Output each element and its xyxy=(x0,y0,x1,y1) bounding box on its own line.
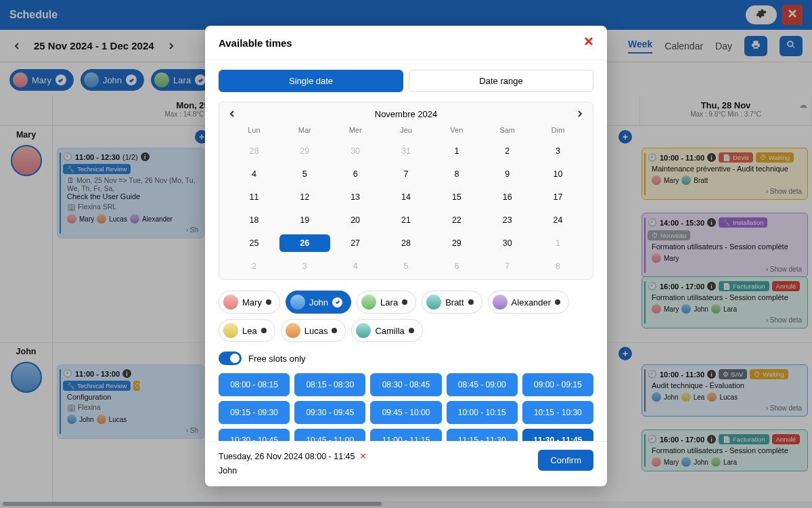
calendar-day[interactable]: 1 xyxy=(533,234,583,252)
calendar-day[interactable]: 19 xyxy=(279,211,330,229)
person-pill-camilla[interactable]: Camilla xyxy=(351,319,422,342)
dow-label: Mer xyxy=(330,126,381,137)
dow-label: Mar xyxy=(279,126,330,137)
avatar xyxy=(361,295,376,310)
status-dot xyxy=(555,299,560,305)
calendar-day[interactable]: 9 xyxy=(482,165,533,183)
available-times-modal: Available times Single date Date range N… xyxy=(205,26,607,486)
status-dot xyxy=(261,328,267,333)
person-pill-john[interactable]: John xyxy=(286,291,351,314)
calendar-day[interactable]: 24 xyxy=(533,211,583,229)
calendar-day[interactable]: 5 xyxy=(381,257,432,275)
calendar-day[interactable]: 15 xyxy=(431,188,482,206)
month-label: Novembre 2024 xyxy=(375,109,438,119)
person-pill-lucas[interactable]: Lucas xyxy=(281,319,346,342)
calendar-day[interactable]: 4 xyxy=(229,165,279,183)
calendar-day[interactable]: 23 xyxy=(482,211,533,229)
time-slot[interactable]: 08:00 - 08:15 xyxy=(219,373,290,396)
calendar-day[interactable]: 29 xyxy=(431,234,482,252)
avatar xyxy=(356,323,371,338)
time-slot[interactable]: 11:15 - 11:30 xyxy=(447,429,518,441)
person-pill-bratt[interactable]: Bratt xyxy=(422,291,482,314)
calendar-day[interactable]: 6 xyxy=(431,257,482,275)
time-slot[interactable]: 10:30 - 10:45 xyxy=(219,429,290,441)
calendar-day[interactable]: 8 xyxy=(533,257,583,275)
calendar-day[interactable]: 17 xyxy=(533,188,583,206)
segment-date-range[interactable]: Date range xyxy=(409,70,593,92)
selection-summary: Tuesday, 26 Nov 2024 08:00 - 11:45 xyxy=(219,452,355,461)
calendar-day[interactable]: 3 xyxy=(279,257,330,275)
date-mode-segment: Single date Date range xyxy=(219,70,593,92)
status-dot xyxy=(402,299,407,305)
calendar-day[interactable]: 21 xyxy=(381,211,432,229)
person-pill-lea[interactable]: Lea xyxy=(219,319,275,342)
calendar-day[interactable]: 16 xyxy=(482,188,533,206)
calendar-day[interactable]: 20 xyxy=(330,211,381,229)
modal-close-button[interactable] xyxy=(584,37,593,49)
calendar-day[interactable]: 2 xyxy=(482,142,533,160)
person-pill-lara[interactable]: Lara xyxy=(357,291,416,314)
mini-calendar: Novembre 2024 LunMarMerJeuVenSamDim28293… xyxy=(219,102,593,280)
time-slot[interactable]: 09:15 - 09:30 xyxy=(219,401,290,424)
calendar-day[interactable]: 3 xyxy=(533,142,583,160)
prev-month-button[interactable] xyxy=(229,109,235,119)
calendar-day[interactable]: 7 xyxy=(482,257,533,275)
confirm-button[interactable]: Confirm xyxy=(538,450,593,471)
calendar-day[interactable]: 27 xyxy=(330,234,381,252)
calendar-day[interactable]: 14 xyxy=(381,188,432,206)
calendar-day[interactable]: 28 xyxy=(229,142,279,160)
avatar xyxy=(286,323,300,338)
calendar-day[interactable]: 6 xyxy=(330,165,381,183)
avatar xyxy=(290,295,305,310)
clear-selection-button[interactable]: ✕ xyxy=(359,452,367,461)
calendar-day[interactable]: 11 xyxy=(229,188,279,206)
calendar-day[interactable]: 1 xyxy=(431,142,482,160)
segment-single-date[interactable]: Single date xyxy=(219,70,403,92)
status-dot xyxy=(468,299,474,305)
calendar-day[interactable]: 22 xyxy=(431,211,482,229)
person-pill-alexander[interactable]: Alexander xyxy=(488,291,570,314)
calendar-day[interactable]: 31 xyxy=(381,142,432,160)
time-slot-grid: 08:00 - 08:1508:15 - 08:3008:30 - 08:450… xyxy=(219,373,593,441)
calendar-day[interactable]: 10 xyxy=(533,165,583,183)
time-slot[interactable]: 09:00 - 09:15 xyxy=(522,373,593,396)
calendar-day[interactable]: 13 xyxy=(330,188,381,206)
free-slots-label: Free slots only xyxy=(248,354,306,364)
time-slot[interactable]: 11:30 - 11:45 xyxy=(522,429,593,441)
calendar-day[interactable]: 28 xyxy=(381,234,432,252)
avatar xyxy=(223,295,238,310)
time-slot[interactable]: 10:15 - 10:30 xyxy=(522,401,593,424)
calendar-day[interactable]: 5 xyxy=(279,165,330,183)
next-month-button[interactable] xyxy=(577,109,583,119)
time-slot[interactable]: 08:15 - 08:30 xyxy=(294,373,365,396)
modal-title: Available times xyxy=(219,37,292,49)
dow-label: Jeu xyxy=(381,126,432,137)
calendar-day[interactable]: 8 xyxy=(431,165,482,183)
calendar-day[interactable]: 30 xyxy=(330,142,381,160)
calendar-day[interactable]: 7 xyxy=(381,165,432,183)
calendar-day[interactable]: 25 xyxy=(229,234,279,252)
dow-label: Sam xyxy=(482,126,533,137)
dow-label: Ven xyxy=(431,126,482,137)
avatar xyxy=(223,323,238,338)
time-slot[interactable]: 08:30 - 08:45 xyxy=(370,373,441,396)
time-slot[interactable]: 09:45 - 10:00 xyxy=(370,401,441,424)
calendar-day[interactable]: 30 xyxy=(482,234,533,252)
free-slots-toggle[interactable] xyxy=(219,352,242,365)
status-dot xyxy=(332,328,337,333)
calendar-day[interactable]: 26 xyxy=(279,234,330,252)
time-slot[interactable]: 10:00 - 10:15 xyxy=(447,401,518,424)
person-pill-mary[interactable]: Mary xyxy=(219,291,280,314)
calendar-day[interactable]: 2 xyxy=(229,257,279,275)
dow-label: Dim xyxy=(533,126,583,137)
calendar-day[interactable]: 18 xyxy=(229,211,279,229)
dow-label: Lun xyxy=(229,126,279,137)
avatar xyxy=(493,295,508,310)
calendar-day[interactable]: 12 xyxy=(279,188,330,206)
calendar-day[interactable]: 29 xyxy=(279,142,330,160)
time-slot[interactable]: 10:45 - 11:00 xyxy=(294,429,365,441)
calendar-day[interactable]: 4 xyxy=(330,257,381,275)
time-slot[interactable]: 09:30 - 09:45 xyxy=(294,401,365,424)
time-slot[interactable]: 11:00 - 11:15 xyxy=(370,429,441,441)
time-slot[interactable]: 08:45 - 09:00 xyxy=(447,373,518,396)
